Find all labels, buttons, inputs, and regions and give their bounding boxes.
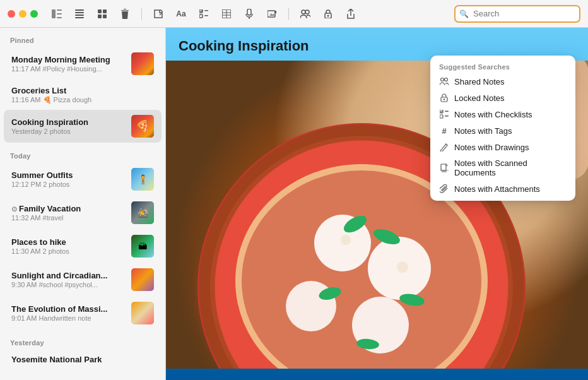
svg-rect-51 [445, 111, 449, 112]
svg-rect-14 [199, 15, 203, 18]
pinned-section-label: Pinned [0, 28, 165, 47]
search-container: 🔍 [454, 5, 580, 23]
close-button[interactable] [8, 10, 15, 18]
note-meta: 9:01 AM Handwritten note [11, 314, 126, 322]
note-title: Groceries List [11, 86, 154, 95]
dropdown-item-label: Notes with Scanned Documents [454, 158, 567, 177]
today-section-label: Today [0, 143, 165, 162]
dropdown-item-label: Notes with Tags [454, 126, 512, 136]
note-title: Places to hike [11, 237, 126, 247]
dropdown-item-attachments[interactable]: Notes with Attachments [430, 181, 575, 197]
dropdown-item-label: Locked Notes [454, 93, 505, 103]
search-input[interactable] [454, 5, 580, 23]
shared-notes-icon [439, 76, 449, 86]
new-note-button[interactable] [150, 5, 167, 23]
note-item-family-vacation[interactable]: ⊙Family Vacation 11:32 AM #travel 🚵 [4, 196, 162, 229]
note-item-evolution[interactable]: The Evolution of Massi... 9:01 AM Handwr… [4, 297, 162, 330]
svg-rect-3 [57, 17, 62, 18]
svg-rect-5 [75, 12, 84, 13]
svg-rect-54 [441, 164, 446, 170]
note-meta: Yesterday 2 photos [11, 128, 126, 135]
note-item-cooking-inspiration[interactable]: Cooking Inspiration Yesterday 2 photos 🍕 [4, 110, 162, 143]
note-item-summer-outfits[interactable]: Summer Outfits 12:12 PM 2 photos 🧍 [4, 163, 162, 196]
note-title: Cooking Inspiration [11, 117, 126, 127]
note-meta: 11:32 AM #travel [11, 214, 126, 222]
svg-rect-15 [204, 15, 208, 16]
note-thumbnail [131, 268, 154, 291]
dropdown-item-locked-notes[interactable]: Locked Notes [430, 90, 575, 106]
svg-point-49 [444, 98, 445, 100]
note-title: The Evolution of Massi... [11, 304, 126, 314]
share-button[interactable] [342, 5, 360, 23]
svg-rect-6 [75, 15, 84, 16]
svg-rect-1 [57, 9, 62, 11]
note-item-monday-meeting[interactable]: Monday Morning Meeting 11:17 AM #Policy … [4, 47, 162, 80]
search-icon: 🔍 [459, 9, 469, 18]
note-meta: 9:30 AM #school #psychol... [11, 281, 126, 288]
note-item-groceries[interactable]: Groceries List 11:16 AM 🍕 Pizza dough [4, 81, 162, 109]
dropdown-item-tags[interactable]: # Notes with Tags [430, 122, 575, 139]
note-item-yosemite[interactable]: Yosemite National Park [4, 350, 162, 369]
svg-rect-9 [103, 9, 107, 13]
svg-point-45 [397, 261, 408, 273]
svg-rect-10 [98, 15, 102, 18]
dropdown-item-label: Notes with Attachments [454, 184, 540, 194]
dropdown-item-drawings[interactable]: Notes with Drawings [430, 139, 575, 155]
svg-point-25 [305, 10, 309, 14]
yesterday-section-label: Yesterday [0, 330, 165, 349]
sidebar-toggle-button[interactable] [48, 5, 66, 23]
attachments-icon [439, 184, 449, 194]
search-dropdown: Suggested Searches Shared Notes [430, 56, 575, 201]
collaborate-button[interactable] [297, 5, 314, 23]
svg-rect-20 [247, 9, 251, 15]
note-title: Summer Outfits [11, 170, 126, 180]
note-item-places-hike[interactable]: Places to hike 11:30 AM 2 photos 🏔 [4, 230, 162, 263]
toolbar-divider-2 [288, 8, 289, 20]
note-meta: 12:12 PM 2 photos [11, 181, 126, 188]
svg-rect-2 [57, 13, 62, 15]
locked-notes-icon [439, 93, 449, 103]
maximize-button[interactable] [30, 10, 38, 18]
titlebar: Aa [0, 0, 588, 28]
note-meta: 11:16 AM 🍕 Pizza dough [11, 96, 154, 104]
svg-rect-13 [204, 10, 208, 11]
lock-button[interactable] [319, 5, 337, 23]
svg-point-47 [445, 78, 448, 81]
audio-button[interactable] [240, 5, 258, 23]
dropdown-item-scanned[interactable]: Notes with Scanned Documents [430, 155, 575, 181]
format-text-button[interactable]: Aa [172, 5, 190, 23]
note-thumbnail: 🚵 [131, 201, 154, 224]
delete-button[interactable] [116, 5, 134, 23]
svg-rect-11 [103, 15, 107, 18]
note-title-main: Cooking Inspiration [179, 38, 575, 54]
family-vacation-icon: ⊙ [11, 205, 17, 213]
checklist-button[interactable] [195, 5, 213, 23]
svg-rect-53 [445, 116, 449, 117]
list-view-button[interactable] [71, 5, 88, 23]
dropdown-item-checklists[interactable]: Notes with Checklists [430, 106, 575, 122]
dropdown-item-label: Notes with Checklists [454, 110, 532, 119]
svg-point-46 [441, 78, 444, 81]
dropdown-item-label: Shared Notes [454, 77, 505, 86]
svg-rect-0 [52, 9, 56, 18]
svg-rect-7 [75, 17, 84, 18]
svg-rect-52 [440, 115, 443, 118]
svg-point-44 [341, 235, 351, 245]
note-meta: 11:17 AM #Policy #Housing... [11, 65, 126, 73]
note-thumbnail [131, 52, 154, 75]
note-meta: 11:30 AM 2 photos [11, 247, 126, 255]
note-item-sunlight[interactable]: Sunlight and Circadian... 9:30 AM #schoo… [4, 263, 162, 296]
tags-icon: # [439, 126, 449, 136]
media-button[interactable] [263, 5, 281, 23]
minimize-button[interactable] [19, 10, 26, 18]
svg-rect-8 [98, 9, 102, 13]
svg-point-27 [327, 15, 329, 16]
grid-view-button[interactable] [93, 5, 111, 23]
note-thumbnail: 🧍 [131, 168, 154, 191]
toolbar-divider-1 [141, 8, 142, 20]
svg-point-24 [302, 10, 305, 14]
dropdown-item-shared-notes[interactable]: Shared Notes [430, 73, 575, 90]
content-area: Cooking Inspiration [166, 28, 588, 380]
dropdown-header: Suggested Searches [430, 59, 575, 73]
table-button[interactable] [218, 5, 235, 23]
